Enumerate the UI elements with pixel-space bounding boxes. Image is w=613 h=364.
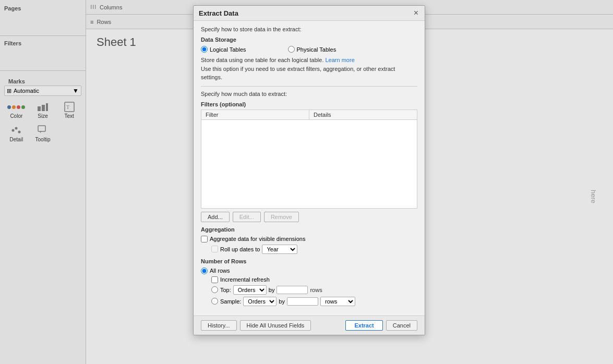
top-radio[interactable]: [211, 286, 218, 293]
aggregate-checkbox-row: Aggregate data for visible dimensions: [201, 236, 417, 242]
learn-more-link[interactable]: Learn more: [326, 57, 355, 63]
physical-tables-label: Physical Tables: [297, 46, 336, 53]
filter-table-header: Filter Details: [201, 110, 417, 120]
filters-optional-label: Filters (optional): [201, 101, 246, 107]
filter-col-details: Details: [309, 110, 417, 119]
add-filter-button[interactable]: Add...: [201, 212, 230, 222]
cancel-button[interactable]: Cancel: [386, 320, 417, 331]
edit-filter-button[interactable]: Edit...: [233, 212, 261, 222]
data-storage-radio-row: Logical Tables Physical Tables: [201, 46, 417, 53]
incremental-refresh-row: Incremental refresh: [211, 276, 417, 283]
remove-filter-button[interactable]: Remove: [264, 212, 299, 222]
all-rows-label: All rows: [210, 268, 230, 274]
top-by-label: by: [269, 287, 275, 293]
modal-footer: History... Hide All Unused Fields Extrac…: [194, 316, 425, 335]
extract-button[interactable]: Extract: [345, 320, 382, 331]
rollup-row: Roll up dates to Year Quarter Month Day: [211, 245, 417, 254]
sample-row: Sample: Orders by rows percent: [211, 297, 417, 306]
top-select[interactable]: Orders: [233, 285, 267, 295]
sample-select[interactable]: Orders: [243, 297, 277, 306]
sample-label: Sample:: [220, 298, 241, 305]
sample-radio[interactable]: [211, 298, 218, 305]
physical-tables-radio[interactable]: [288, 46, 295, 53]
modal-body: Specify how to store data in the extract…: [194, 21, 425, 316]
modal-description: Specify how to store data in the extract…: [201, 26, 417, 32]
close-button[interactable]: ×: [413, 9, 419, 17]
top-label: Top:: [220, 287, 231, 293]
rollup-select[interactable]: Year Quarter Month Day: [262, 245, 297, 254]
filter-table-body: [201, 120, 417, 202]
all-rows-radio[interactable]: [201, 268, 208, 274]
top-row: Top: Orders by rows: [211, 285, 417, 295]
number-of-rows-section: Number of Rows All rows Incremental refr…: [201, 258, 417, 306]
logical-tables-label: Logical Tables: [210, 46, 246, 53]
specify-how-much: Specify how much data to extract:: [201, 91, 417, 97]
modal-overlay: Extract Data × Specify how to store data…: [0, 0, 613, 364]
hide-unused-fields-button[interactable]: Hide All Unused Fields: [240, 320, 311, 331]
incremental-refresh-checkbox[interactable]: [211, 276, 218, 283]
logical-tables-radio[interactable]: [201, 46, 208, 53]
top-rows-label: rows: [310, 287, 322, 293]
extract-data-modal: Extract Data × Specify how to store data…: [193, 5, 425, 335]
filter-buttons: Add... Edit... Remove: [201, 212, 417, 222]
info-line2: Use this option if you need to use extra…: [201, 66, 395, 81]
filters-header: Filters (optional): [201, 101, 417, 107]
rollup-checkbox[interactable]: [211, 246, 218, 252]
aggregation-section: Aggregation Aggregate data for visible d…: [201, 226, 417, 254]
top-value-input[interactable]: [277, 286, 308, 294]
filter-col-filter: Filter: [201, 110, 309, 119]
info-line1: Store data using one table for each logi…: [201, 57, 323, 63]
filter-table: Filter Details: [201, 110, 417, 209]
aggregate-label: Aggregate data for visible dimensions: [210, 236, 305, 242]
sample-unit-select[interactable]: rows percent: [320, 297, 355, 306]
incremental-refresh-label: Incremental refresh: [220, 276, 270, 283]
logical-tables-option[interactable]: Logical Tables: [201, 46, 246, 53]
data-storage-header: Data Storage: [201, 37, 417, 43]
physical-tables-option[interactable]: Physical Tables: [288, 46, 336, 53]
rollup-label: Roll up dates to: [220, 246, 260, 252]
sample-by-label: by: [279, 298, 285, 305]
modal-title: Extract Data: [199, 9, 238, 17]
aggregation-header: Aggregation: [201, 226, 417, 233]
sample-value-input[interactable]: [287, 297, 318, 306]
divider-1: [201, 86, 417, 87]
footer-left-buttons: History... Hide All Unused Fields: [201, 320, 311, 331]
aggregate-checkbox[interactable]: [201, 236, 208, 242]
all-rows-row: All rows: [201, 268, 417, 274]
modal-titlebar: Extract Data ×: [194, 6, 425, 21]
footer-right-buttons: Extract Cancel: [345, 320, 417, 331]
number-of-rows-header: Number of Rows: [201, 258, 417, 264]
info-text-block: Store data using one table for each logi…: [201, 56, 417, 82]
history-button[interactable]: History...: [201, 320, 237, 331]
